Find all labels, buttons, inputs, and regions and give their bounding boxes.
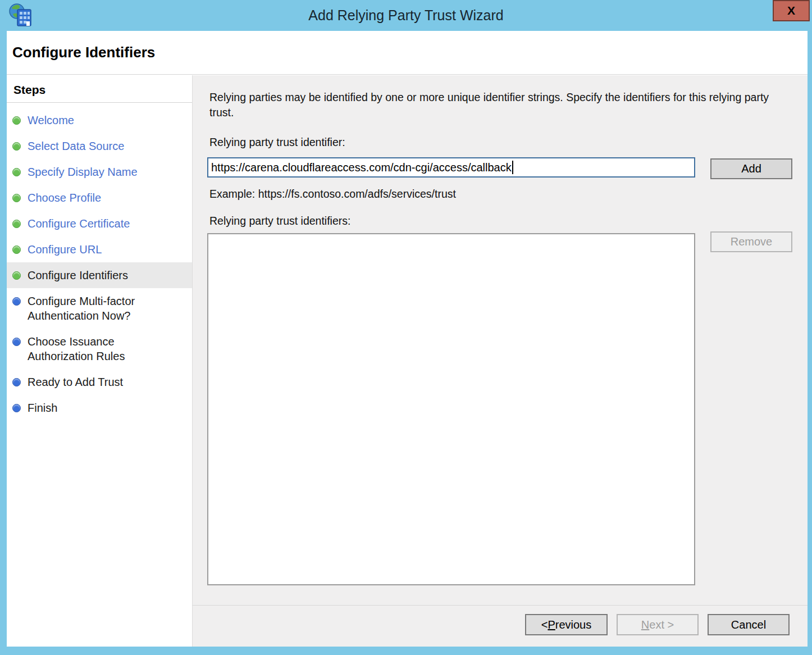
steps-heading: Steps xyxy=(7,75,192,103)
step-completed-bullet-icon xyxy=(12,220,21,228)
identifiers-listbox[interactable] xyxy=(207,233,695,585)
step-completed-bullet-icon xyxy=(12,142,21,151)
step-label: Choose Profile xyxy=(28,190,101,205)
step-label: Select Data Source xyxy=(28,139,124,153)
next-button: Next > xyxy=(617,614,699,635)
step-ready-to-add-trust: Ready to Add Trust xyxy=(7,369,192,395)
step-upcoming-bullet-icon xyxy=(12,338,21,346)
step-upcoming-bullet-icon xyxy=(12,404,21,412)
step-specify-display-name[interactable]: Specify Display Name xyxy=(7,159,192,185)
identifier-field-label: Relying party trust identifier: xyxy=(209,136,345,149)
configure-identifiers-panel: Relying parties may be identified by one… xyxy=(193,75,808,647)
intro-text: Relying parties may be identified by one… xyxy=(209,90,788,120)
next-button-accel: N xyxy=(641,618,649,631)
step-configure-url[interactable]: Configure URL xyxy=(7,236,192,262)
step-configure-identifiers[interactable]: Configure Identifiers xyxy=(7,262,192,288)
identifier-input-value: https://carena.cloudflareaccess.com/cdn-… xyxy=(211,161,512,174)
step-configure-mfa: Configure Multi-factor Authentication No… xyxy=(7,288,192,329)
title-bar: Add Relying Party Trust Wizard X xyxy=(0,0,812,31)
previous-button-rest: revious xyxy=(555,618,591,631)
steps-sidebar: Steps Welcome Select Data Source Specify… xyxy=(7,75,193,647)
text-caret xyxy=(512,161,513,174)
previous-button-prefix: < xyxy=(541,618,548,631)
step-label: Configure Certificate xyxy=(28,216,130,231)
step-completed-bullet-icon xyxy=(12,194,21,202)
step-label: Ready to Add Trust xyxy=(28,375,123,389)
page-header: Configure Identifiers xyxy=(7,31,808,75)
step-configure-certificate[interactable]: Configure Certificate xyxy=(7,211,192,236)
step-label: Configure URL xyxy=(28,242,102,257)
window-title: Add Relying Party Trust Wizard xyxy=(0,0,812,31)
footer-divider xyxy=(193,605,808,606)
step-current-bullet-icon xyxy=(12,271,21,280)
identifiers-list-label: Relying party trust identifiers: xyxy=(209,215,350,228)
previous-button[interactable]: < Previous xyxy=(525,614,608,635)
step-label: Configure Identifiers xyxy=(28,268,128,283)
step-choose-profile[interactable]: Choose Profile xyxy=(7,185,192,211)
step-upcoming-bullet-icon xyxy=(12,378,21,386)
step-welcome[interactable]: Welcome xyxy=(7,107,192,133)
step-label: Specify Display Name xyxy=(28,165,138,179)
step-label: Choose Issuance Authorization Rules xyxy=(28,334,172,363)
example-text: Example: https://fs.contoso.com/adfs/ser… xyxy=(209,188,456,201)
step-upcoming-bullet-icon xyxy=(12,297,21,306)
step-select-data-source[interactable]: Select Data Source xyxy=(7,133,192,159)
step-finish: Finish xyxy=(7,395,192,421)
close-button[interactable]: X xyxy=(773,0,810,21)
step-completed-bullet-icon xyxy=(12,116,21,125)
add-button[interactable]: Add xyxy=(710,158,792,179)
wizard-window: Add Relying Party Trust Wizard X Configu… xyxy=(0,0,812,655)
page-title: Configure Identifiers xyxy=(12,44,155,61)
previous-button-accel: P xyxy=(548,618,555,631)
step-choose-issuance-rules: Choose Issuance Authorization Rules xyxy=(7,329,192,369)
step-label: Finish xyxy=(28,401,57,415)
step-completed-bullet-icon xyxy=(12,245,21,254)
step-label: Configure Multi-factor Authentication No… xyxy=(28,294,172,323)
wizard-body: Configure Identifiers Steps Welcome Sele… xyxy=(7,31,808,647)
remove-button: Remove xyxy=(710,231,792,252)
step-completed-bullet-icon xyxy=(12,168,21,176)
identifier-input[interactable]: https://carena.cloudflareaccess.com/cdn-… xyxy=(207,157,695,178)
step-label: Welcome xyxy=(28,113,74,128)
cancel-button[interactable]: Cancel xyxy=(708,614,790,635)
next-button-rest: ext > xyxy=(649,618,674,631)
